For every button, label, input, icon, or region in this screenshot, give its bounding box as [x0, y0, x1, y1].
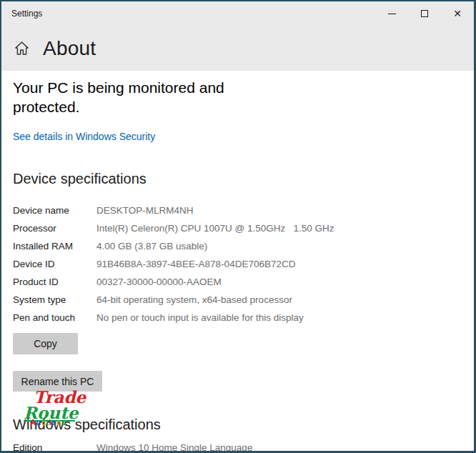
spec-value: DESKTOP-MLRM4NH [96, 205, 194, 216]
spec-label: Pen and touch [13, 312, 96, 323]
spec-label: Installed RAM [13, 241, 96, 252]
windows-security-link[interactable]: See details in Windows Security [13, 131, 155, 142]
page-title: About [43, 37, 96, 60]
spec-value: No pen or touch input is available for t… [96, 312, 304, 323]
close-button[interactable]: ✕ [441, 1, 474, 26]
spec-value: 00327-30000-00000-AAOEM [96, 277, 222, 287]
spec-label: Product ID [13, 277, 96, 287]
windows-specs-table: Edition Windows 10 Home Single Language [13, 439, 462, 453]
rename-pc-button[interactable]: Rename this PC [13, 371, 102, 392]
title-bar[interactable]: Settings ✕ [1, 1, 474, 26]
maximize-icon [421, 10, 428, 17]
spec-value: Windows 10 Home Single Language [96, 442, 252, 453]
table-row: Processor Intel(R) Celeron(R) CPU 1007U … [13, 219, 462, 237]
spec-value: 4.00 GB (3.87 GB usable) [96, 241, 207, 252]
security-headline: Your PC is being monitored and protected… [13, 78, 234, 116]
close-icon: ✕ [453, 9, 462, 19]
minimize-icon [388, 14, 396, 14]
home-icon [14, 40, 31, 57]
table-row: Product ID 00327-30000-00000-AAOEM [13, 273, 462, 291]
windows-specs-title: Windows specifications [13, 415, 462, 434]
table-row: Installed RAM 4.00 GB (3.87 GB usable) [13, 237, 462, 255]
spec-value: 64-bit operating system, x64-based proce… [96, 294, 292, 305]
spec-label: Device name [13, 205, 96, 216]
window-title: Settings [1, 9, 375, 19]
window-chrome: Settings ✕ About [1, 1, 474, 71]
table-row: Edition Windows 10 Home Single Language [13, 439, 462, 453]
spec-label: System type [13, 294, 96, 305]
table-row: Device ID 91B46B8A-3897-4BEE-A878-04DE70… [13, 255, 462, 273]
spec-label: Processor [13, 223, 96, 234]
table-row: Pen and touch No pen or touch input is a… [13, 309, 462, 327]
minimize-button[interactable] [375, 1, 408, 26]
spec-value: 91B46B8A-3897-4BEE-A878-04DE706B72CD [96, 259, 295, 269]
device-specs-title: Device specifications [13, 169, 462, 188]
table-row: Device name DESKTOP-MLRM4NH [13, 201, 462, 219]
window-controls: ✕ [375, 1, 474, 26]
page-content: Your PC is being monitored and protected… [1, 78, 474, 453]
table-row: System type 64-bit operating system, x64… [13, 291, 462, 309]
settings-window: Settings ✕ About Your P [0, 0, 476, 453]
copy-button[interactable]: Copy [13, 333, 78, 354]
device-specs-table: Device name DESKTOP-MLRM4NH Processor In… [13, 201, 462, 327]
spec-value: Intel(R) Celeron(R) CPU 1007U @ 1.50GHz … [96, 223, 334, 234]
spec-label: Edition [13, 442, 96, 453]
page-header: About [1, 26, 474, 71]
spec-label: Device ID [13, 259, 96, 269]
maximize-button[interactable] [408, 1, 441, 26]
